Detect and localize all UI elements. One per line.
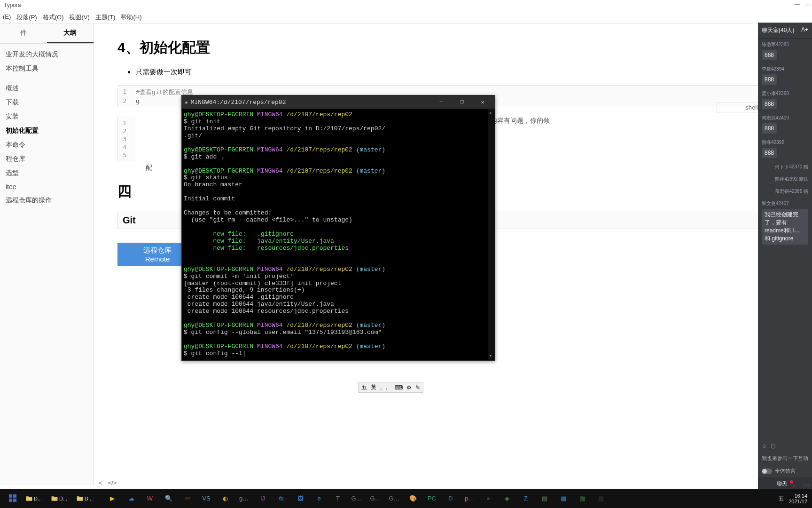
outline-item[interactable]: 概述 [4, 81, 90, 95]
taskbar-app-text-g[interactable]: G… [348, 491, 366, 506]
outline-item[interactable]: 本命令 [4, 138, 90, 152]
chat-tab-label: 聊天 [777, 480, 787, 487]
image-icon[interactable]: ▢ [771, 443, 775, 449]
taskbar-app-chrome-g[interactable]: g… [235, 491, 253, 506]
taskbar-app-magnify[interactable]: 🔍 [160, 491, 178, 506]
tray-lang[interactable]: ZH [802, 483, 809, 488]
menu-item[interactable]: 段落(P) [16, 13, 37, 22]
taskbar-app-text3[interactable]: G… [385, 491, 403, 506]
terminal-close-button[interactable]: ✕ [472, 95, 493, 109]
taskbar-app-vscode[interactable]: VS [197, 491, 215, 506]
chat-message[interactable]: 郑文良42407我已经创建完了，要有readme和LI…和.gitignore [758, 198, 812, 247]
terminal-minimize-button[interactable]: — [431, 95, 452, 109]
tray-date: 2021/12 [789, 499, 807, 504]
menu-item[interactable]: 主题(T) [95, 13, 116, 22]
terminal-maximize-button[interactable]: □ [452, 95, 472, 109]
outline-item[interactable]: 选型 [4, 166, 90, 180]
ime-item[interactable]: 五 [361, 383, 367, 391]
taskbar-app-store[interactable]: 🛍 [273, 491, 290, 506]
taskbar: D...D...D... ▶☁W🔍✂VS◐g…IJ🛍🖼eTG…G…G…🎨PCDp… [0, 489, 812, 508]
taskbar-app-photos[interactable]: 🖼 [291, 491, 309, 506]
chat-message[interactable]: 蒋宏钢42386 赠 [758, 185, 812, 198]
menu-item[interactable]: 格式(O) [43, 13, 64, 22]
taskbar-app-wps[interactable]: W [141, 491, 159, 506]
terminal-window[interactable]: ◆ MINGW64:/d/2107/reps/rep02 — □ ✕ ghy@D… [181, 95, 495, 361]
terminal-titlebar[interactable]: ◆ MINGW64:/d/2107/reps/rep02 — □ ✕ [182, 95, 495, 109]
taskbar-app-intellij[interactable]: IJ [254, 491, 272, 506]
mute-label: 全体禁言 [775, 468, 796, 475]
sidebar: 件大纲 业开发的大概情况本控制工具概述下载安装初始化配置本命令程仓库选型itee… [0, 24, 94, 485]
chat-message[interactable]: 孟小康42368888 [758, 87, 812, 112]
outline-item[interactable]: 远程仓库的操作 [4, 193, 90, 207]
taskbar-app-p-app[interactable]: p… [461, 491, 478, 506]
ime-item[interactable]: ⚙ [406, 384, 412, 391]
tray-ime-icon[interactable]: 五 [779, 495, 784, 502]
taskbar-app-pycharm[interactable]: PC [423, 491, 441, 506]
taskbar-app-app3[interactable]: ▧ [573, 491, 591, 506]
menubar: (E)段落(P)格式(O)视图(V)主题(T)帮助(H) [0, 11, 812, 24]
terminal-body[interactable]: ghy@DESKTOP-FGCRRIN MINGW64 /d/2107/reps… [182, 109, 495, 360]
codeblock-2[interactable]: 12345 [117, 117, 136, 161]
taskbar-app-edge[interactable]: e [310, 491, 328, 506]
chat-message[interactable]: 陶宏胜42409888 [758, 112, 812, 136]
mute-toggle[interactable] [762, 468, 772, 474]
terminal-scrollbar[interactable]: ▴▾ [488, 109, 495, 360]
ime-item[interactable]: ⌨ [395, 384, 403, 391]
outline-item[interactable] [4, 76, 90, 81]
chat-input-hint[interactable]: 我也来参与一下互动 [758, 452, 812, 465]
footer-code-icon[interactable]: </> [108, 479, 117, 486]
taskbar-app-chrome[interactable]: ◐ [216, 491, 234, 506]
ime-bar[interactable]: 五英,。⌨⚙✎ [358, 382, 423, 393]
taskbar-app-zoom[interactable]: Z [517, 491, 535, 506]
taskbar-folder[interactable]: D... [76, 495, 101, 502]
taskbar-app-weather[interactable]: ☁ [122, 491, 140, 506]
chat-message[interactable]: 李建42394888 [758, 63, 812, 87]
maximize-button[interactable]: □ [807, 1, 810, 8]
taskbar-app-snip[interactable]: ✂ [179, 491, 196, 506]
menu-item[interactable]: (E) [3, 13, 11, 22]
taskbar-app-rec[interactable]: ● [479, 491, 497, 506]
ime-item[interactable]: 。 [385, 383, 391, 391]
taskbar-app-potplayer[interactable]: ▶ [103, 491, 121, 506]
outline-item[interactable]: 本控制工具 [4, 62, 90, 76]
taskbar-folder[interactable]: D... [51, 495, 75, 502]
system-tray[interactable]: 五 16:14 2021/12 [779, 493, 809, 504]
outline-item[interactable]: 程仓库 [4, 152, 90, 166]
minimize-button[interactable]: — [795, 1, 800, 8]
sidebar-tab[interactable]: 件 [0, 24, 47, 43]
footer-back-icon[interactable]: < [99, 479, 102, 486]
outline-item[interactable]: 安装 [4, 110, 90, 124]
menu-item[interactable]: 视图(V) [69, 13, 89, 22]
menu-item[interactable]: 帮助(H) [121, 13, 141, 22]
taskbar-app-app2[interactable]: ▦ [554, 491, 572, 506]
chat-message[interactable]: 陈浩军42385888 [758, 39, 812, 63]
taskbar-app-paint[interactable]: 🎨 [404, 491, 422, 506]
chat-list[interactable]: 陈浩军42385888李建42394888孟小康42368888陶宏胜42409… [758, 39, 812, 247]
chat-font-size[interactable]: A+ [801, 26, 808, 34]
taskbar-app-d-app[interactable]: D [442, 491, 460, 506]
outline-item[interactable]: 下载 [4, 95, 90, 110]
taskbar-app-text2[interactable]: G… [367, 491, 384, 506]
outline-item[interactable]: 初始化配置 [4, 124, 90, 138]
ime-item[interactable]: 英 [371, 383, 376, 391]
tray-arrow-icon[interactable]: ▲ [791, 483, 796, 488]
outline-item[interactable]: 业开发的大概情况 [4, 48, 90, 62]
chat-mute-row: 全体禁言 [758, 465, 812, 477]
taskbar-app-app1[interactable]: ▤ [536, 491, 554, 506]
outline-item[interactable]: itee [4, 180, 90, 193]
chat-panel: 聊天室(40人) A+ 陈浩军42385888李建42394888孟小康4236… [758, 23, 812, 490]
ime-item[interactable]: , [380, 384, 382, 391]
emoji-icon[interactable]: ☺ [762, 443, 767, 449]
sidebar-tab[interactable]: 大纲 [47, 24, 94, 43]
taskbar-app-text1[interactable]: T [329, 491, 347, 506]
ime-item[interactable]: ✎ [415, 384, 420, 391]
taskbar-app-app4[interactable]: ▨ [592, 491, 610, 506]
start-button[interactable] [3, 491, 23, 506]
chat-message[interactable]: 熊绎42392888 [758, 136, 812, 161]
taskbar-folder[interactable]: D... [25, 495, 50, 502]
taskbar-app-git[interactable]: ◈ [498, 491, 516, 506]
svg-rect-3 [13, 499, 16, 502]
chat-header: 聊天室(40人) A+ [758, 23, 812, 39]
chat-message[interactable]: 何トト42370 赠 [758, 161, 812, 173]
chat-message[interactable]: 熊绎42392 赠送 [758, 173, 812, 185]
